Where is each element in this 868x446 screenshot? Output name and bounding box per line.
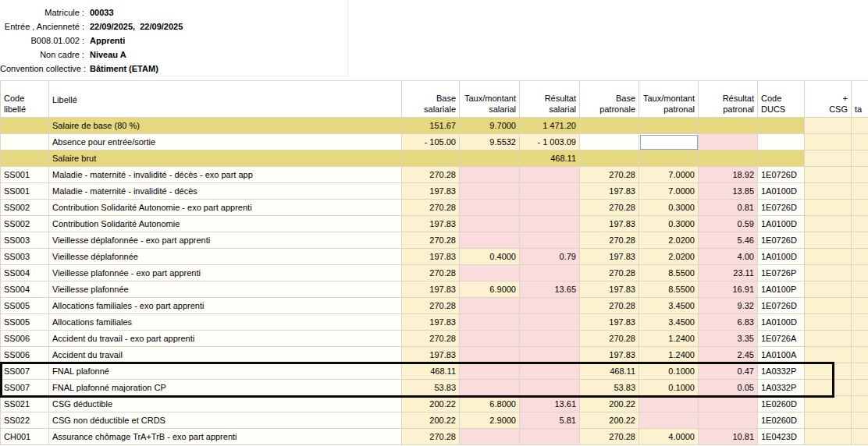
payroll-row-salaire-brut[interactable]: Salaire brut468.11	[1, 150, 868, 167]
cell-res_sal[interactable]: 1 471.20	[520, 118, 580, 134]
cell-taux_pat[interactable]: 8.5500	[639, 265, 699, 281]
cell-csg[interactable]	[805, 281, 852, 298]
cell-taux_sal[interactable]	[460, 167, 520, 183]
cell-ducs[interactable]: 1A0100A	[758, 347, 805, 363]
payroll-row-SS001[interactable]: SS001Maladie - maternité - invalidité - …	[1, 167, 868, 183]
cell-libelle[interactable]: Vieillesse plafonnée	[49, 281, 402, 298]
cell-res_pat[interactable]: 2.45	[699, 347, 758, 363]
cell-code[interactable]: SS002	[1, 216, 49, 232]
payroll-row-SS004[interactable]: SS004Vieillesse plafonnée - exo part app…	[1, 265, 868, 281]
cell-base_pat[interactable]	[580, 150, 639, 167]
cell-base_pat[interactable]	[580, 118, 639, 134]
cell-base_sal[interactable]: - 105.00	[402, 134, 460, 150]
cell-res_sal[interactable]	[520, 216, 580, 232]
cell-libelle[interactable]: FNAL plafonné	[49, 363, 402, 380]
cell-base_pat[interactable]: 200.22	[580, 396, 639, 412]
cell-csg[interactable]	[805, 265, 852, 281]
cell-base_pat[interactable]: 197.83	[580, 314, 639, 331]
cell-code[interactable]	[1, 150, 49, 167]
cell-tax[interactable]	[852, 118, 868, 134]
cell-res_sal[interactable]: 468.11	[520, 150, 580, 167]
cell-base_sal[interactable]: 197.83	[402, 281, 460, 298]
payroll-row-SS007[interactable]: SS007FNAL plafonné majoration CP53.8353.…	[1, 380, 868, 396]
payroll-row-salaire-de-base-80-[interactable]: Salaire de base (80 %)151.679.70001 471.…	[1, 118, 868, 134]
cell-taux_sal[interactable]	[460, 363, 520, 380]
cell-res_sal[interactable]	[520, 232, 580, 249]
cell-res_sal[interactable]	[520, 183, 580, 200]
cell-taux_pat[interactable]	[639, 412, 699, 429]
cell-taux_sal[interactable]: 2.9000	[460, 412, 520, 429]
cell-tax[interactable]	[852, 298, 868, 314]
cell-libelle[interactable]: Absence pour entrée/sortie	[49, 134, 402, 150]
cell-tax[interactable]	[852, 412, 868, 429]
cell-taux_sal[interactable]	[460, 183, 520, 200]
cell-code[interactable]: SS004	[1, 265, 49, 281]
cell-taux_sal[interactable]	[460, 232, 520, 249]
cell-libelle[interactable]: Vieillesse déplafonnée - exo part appren…	[49, 232, 402, 249]
cell-libelle[interactable]: Salaire brut	[49, 150, 402, 167]
cell-code[interactable]: CH001	[1, 429, 49, 445]
cell-res_sal[interactable]	[520, 331, 580, 347]
cell-res_pat[interactable]	[699, 134, 758, 150]
cell-csg[interactable]	[805, 380, 852, 396]
cell-res_pat[interactable]: 18.92	[699, 167, 758, 183]
cell-libelle[interactable]: Maladie - maternité - invalidité - décès	[49, 183, 402, 200]
cell-base_sal[interactable]: 270.28	[402, 167, 460, 183]
cell-csg[interactable]	[805, 298, 852, 314]
cell-taux_pat[interactable]	[639, 134, 699, 150]
cell-taux_sal[interactable]: 9.7000	[460, 118, 520, 134]
cell-base_pat[interactable]: 270.28	[580, 167, 639, 183]
cell-code[interactable]: SS001	[1, 183, 49, 200]
cell-res_sal[interactable]	[520, 200, 580, 216]
cell-ducs[interactable]: 1E0260D	[758, 396, 805, 412]
cell-tax[interactable]	[852, 265, 868, 281]
cell-tax[interactable]	[852, 396, 868, 412]
cell-res_pat[interactable]: 23.11	[699, 265, 758, 281]
cell-tax[interactable]	[852, 167, 868, 183]
cell-tax[interactable]	[852, 314, 868, 331]
cell-libelle[interactable]: Allocations familiales	[49, 314, 402, 331]
cell-code[interactable]: SS003	[1, 232, 49, 249]
cell-res_sal[interactable]	[520, 429, 580, 445]
cell-base_sal[interactable]	[402, 150, 460, 167]
cell-libelle[interactable]: FNAL plafonné majoration CP	[49, 380, 402, 396]
cell-code[interactable]: SS021	[1, 396, 49, 412]
cell-taux_sal[interactable]	[460, 429, 520, 445]
cell-csg[interactable]	[805, 249, 852, 265]
cell-taux_pat[interactable]: 3.4500	[639, 314, 699, 331]
cell-base_sal[interactable]: 270.28	[402, 232, 460, 249]
cell-base_pat[interactable]: 53.83	[580, 380, 639, 396]
cell-ducs[interactable]: 1E0260D	[758, 412, 805, 429]
cell-ducs[interactable]: 1E0726D	[758, 200, 805, 216]
cell-ducs[interactable]: 1E0726P	[758, 265, 805, 281]
cell-code[interactable]: SS006	[1, 331, 49, 347]
cell-res_pat[interactable]: 4.00	[699, 249, 758, 265]
cell-base_sal[interactable]: 197.83	[402, 216, 460, 232]
cell-taux_pat[interactable]: 1.2400	[639, 331, 699, 347]
cell-libelle[interactable]: Assurance chômage TrA+TrB - exo part app…	[49, 429, 402, 445]
cell-taux_sal[interactable]	[460, 380, 520, 396]
cell-tax[interactable]	[852, 281, 868, 298]
cell-taux_pat[interactable]: 8.5500	[639, 281, 699, 298]
cell-csg[interactable]	[805, 412, 852, 429]
cell-res_sal[interactable]	[520, 347, 580, 363]
cell-res_sal[interactable]	[520, 167, 580, 183]
cell-taux_sal[interactable]: 6.8000	[460, 396, 520, 412]
cell-ducs[interactable]: 1E0726D	[758, 298, 805, 314]
payroll-row-SS001[interactable]: SS001Maladie - maternité - invalidité - …	[1, 183, 868, 200]
payroll-row-SS004[interactable]: SS004Vieillesse plafonnée197.836.900013.…	[1, 281, 868, 298]
cell-ducs[interactable]: 1A0100P	[758, 281, 805, 298]
cell-res_sal[interactable]	[520, 363, 580, 380]
cell-libelle[interactable]: Contribution Solidarité Autonomie - exo …	[49, 200, 402, 216]
cell-csg[interactable]	[805, 150, 852, 167]
cell-res_pat[interactable]: 0.47	[699, 363, 758, 380]
cell-code[interactable]: SS001	[1, 167, 49, 183]
cell-taux_sal[interactable]	[460, 314, 520, 331]
cell-code[interactable]	[1, 134, 49, 150]
cell-res_sal[interactable]: - 1 003.09	[520, 134, 580, 150]
cell-base_sal[interactable]: 53.83	[402, 380, 460, 396]
cell-ducs[interactable]: 1E0726D	[758, 232, 805, 249]
cell-libelle[interactable]: Accident du travail	[49, 347, 402, 363]
cell-base_pat[interactable]: 468.11	[580, 363, 639, 380]
cell-tax[interactable]	[852, 150, 868, 167]
